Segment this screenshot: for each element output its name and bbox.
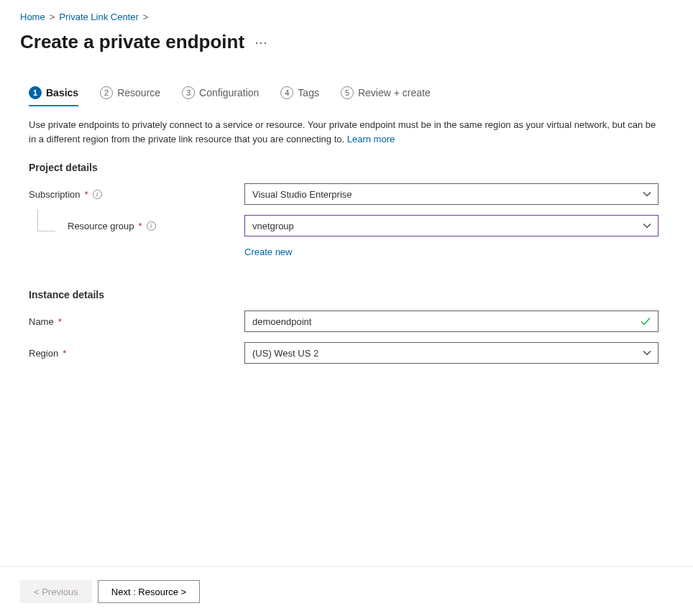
breadcrumb: Home > Private Link Center > (20, 12, 673, 22)
required-star-icon: * (58, 316, 62, 327)
breadcrumb-private-link-center[interactable]: Private Link Center (59, 12, 139, 22)
tab-configuration[interactable]: 3 Configuration (182, 86, 259, 105)
select-value: vnetgroup (252, 221, 294, 231)
resource-group-select[interactable]: vnetgroup (244, 215, 658, 236)
description-text: Use private endpoints to privately conne… (29, 118, 664, 146)
chevron-right-icon: > (50, 12, 55, 22)
required-star-icon: * (139, 221, 142, 231)
tab-label: Tags (298, 87, 319, 98)
learn-more-link[interactable]: Learn more (347, 134, 395, 144)
tab-tags[interactable]: 4 Tags (280, 86, 319, 105)
step-number: 2 (100, 86, 113, 99)
input-value: demoendpoint (252, 316, 311, 327)
section-instance-details: Instance details (29, 289, 664, 300)
wizard-footer: < Previous Next : Resource > (0, 566, 693, 616)
tab-basics[interactable]: 1 Basics (29, 86, 78, 106)
subscription-select[interactable]: Visual Studio Enterprise (244, 183, 658, 205)
name-input[interactable]: demoendpoint (244, 311, 658, 332)
previous-button: < Previous (20, 580, 92, 603)
region-select[interactable]: (US) West US 2 (244, 342, 658, 364)
required-star-icon: * (63, 348, 66, 359)
required-star-icon: * (85, 189, 88, 200)
select-value: Visual Studio Enterprise (252, 189, 352, 200)
step-number: 4 (280, 86, 293, 99)
tab-label: Resource (117, 87, 160, 98)
step-number: 3 (182, 86, 195, 99)
tab-label: Configuration (199, 87, 259, 98)
select-value: (US) West US 2 (252, 348, 318, 359)
chevron-right-icon: > (143, 12, 149, 22)
info-icon[interactable]: i (147, 221, 156, 231)
label-resource-group: Resource group * i (29, 221, 244, 231)
tab-review-create[interactable]: 5 Review + create (341, 86, 431, 105)
wizard-tabs: 1 Basics 2 Resource 3 Configuration 4 Ta… (29, 86, 664, 105)
label-region: Region * (29, 348, 244, 359)
breadcrumb-home[interactable]: Home (20, 12, 45, 22)
tab-resource[interactable]: 2 Resource (100, 86, 160, 105)
section-project-details: Project details (29, 162, 664, 173)
step-number: 5 (341, 86, 354, 99)
more-icon[interactable]: ⋯ (254, 35, 268, 50)
label-subscription: Subscription * i (29, 189, 244, 200)
label-name: Name * (29, 316, 244, 327)
info-icon[interactable]: i (93, 190, 102, 199)
tab-label: Basics (46, 87, 78, 98)
page-title: Create a private endpoint (20, 31, 244, 53)
step-number: 1 (29, 86, 42, 99)
create-new-link[interactable]: Create new (244, 247, 292, 257)
tab-label: Review + create (358, 87, 431, 98)
checkmark-icon (640, 316, 651, 327)
next-button[interactable]: Next : Resource > (98, 580, 200, 603)
